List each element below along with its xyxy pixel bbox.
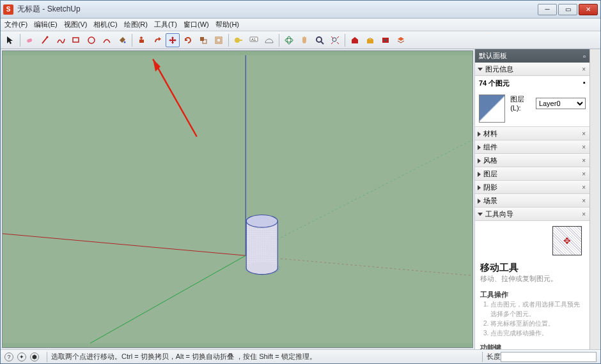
status-help-icon[interactable]: ?: [4, 353, 13, 361]
zoom-tool[interactable]: [313, 33, 327, 47]
cylinder-object: [245, 215, 280, 275]
menu-help[interactable]: 帮助(H): [215, 20, 239, 29]
components-header[interactable]: 组件×: [475, 140, 589, 154]
entity-count-row: 74 个图元 ▪: [475, 76, 589, 91]
expand-icon: [478, 185, 481, 190]
toolbar-separator: [228, 34, 229, 47]
menu-draw[interactable]: 绘图(R): [124, 20, 148, 29]
materials-header[interactable]: 材料×: [475, 127, 589, 140]
maximize-button[interactable]: ▭: [558, 4, 577, 15]
entity-menu-icon[interactable]: ▪: [583, 79, 586, 88]
minimize-button[interactable]: ─: [538, 4, 557, 15]
scale-tool[interactable]: [196, 33, 210, 47]
pan-tool[interactable]: [297, 33, 311, 47]
tray-title[interactable]: 默认面板 ▫: [475, 49, 589, 63]
tape-tool[interactable]: [231, 33, 246, 47]
pushpull-tool[interactable]: [135, 33, 149, 47]
section-close-icon[interactable]: ×: [581, 157, 587, 164]
text-tool[interactable]: A1: [247, 33, 261, 47]
instructor-op: 将光标移至新的位置。: [490, 319, 584, 328]
toolbar-separator: [345, 34, 345, 47]
status-geo-icon[interactable]: ⬢: [30, 353, 39, 361]
viewport-canvas: [3, 51, 472, 347]
length-input[interactable]: [501, 352, 597, 362]
fog-header[interactable]: 场景×: [475, 194, 589, 208]
freehand-tool[interactable]: [54, 33, 68, 47]
menu-view[interactable]: 视图(V): [64, 20, 88, 29]
move-tool[interactable]: [166, 33, 180, 47]
tray-title-text: 默认面板: [479, 51, 507, 61]
line-tool[interactable]: [38, 33, 52, 47]
shadows-header[interactable]: 阴影×: [475, 181, 589, 194]
section-close-icon[interactable]: ×: [581, 130, 587, 137]
status-right: 长度: [478, 352, 597, 362]
section-close-icon[interactable]: ×: [581, 211, 587, 218]
orbit-tool[interactable]: [282, 33, 296, 47]
zoom-extents-tool[interactable]: [328, 33, 342, 47]
entity-info-label: 图元信息: [485, 64, 513, 74]
instructor-keys-heading: 功能键: [480, 343, 584, 349]
arc-tool[interactable]: [100, 33, 114, 47]
circle-tool[interactable]: [84, 33, 98, 47]
svg-point-19: [384, 39, 387, 42]
tray-pin-icon[interactable]: ▫: [583, 52, 586, 60]
entity-info-header[interactable]: 图元信息 ×: [475, 63, 589, 76]
toolbar-separator: [279, 34, 279, 47]
svg-point-14: [285, 38, 293, 42]
expand-icon: [478, 158, 481, 163]
status-hint: 选取两个点进行移动。Ctrl = 切换拷贝，Alt = 切换自动折叠 ，按住 S…: [51, 352, 316, 361]
menu-file[interactable]: 文件(F): [4, 20, 27, 29]
expand-icon: [478, 172, 481, 177]
ext-warehouse-tool[interactable]: [379, 33, 393, 47]
eraser-tool[interactable]: [23, 33, 37, 47]
viewport-3d[interactable]: [2, 50, 473, 348]
svg-rect-0: [27, 38, 33, 42]
paintbucket-tool[interactable]: [115, 33, 129, 47]
rectangle-tool[interactable]: [69, 33, 83, 47]
app-icon: S: [3, 4, 13, 15]
svg-rect-28: [246, 221, 277, 268]
warehouse-tool[interactable]: [348, 33, 362, 47]
menu-edit[interactable]: 编辑(E): [34, 20, 58, 29]
menu-camera[interactable]: 相机(C): [93, 20, 117, 29]
components-label: 组件: [483, 142, 497, 152]
protractor-tool[interactable]: [262, 33, 276, 47]
layers-tool[interactable]: [394, 33, 408, 47]
section-close-icon[interactable]: ×: [581, 197, 587, 204]
instructor-tool-name: 移动工具: [480, 262, 584, 274]
section-close-icon[interactable]: ×: [581, 171, 587, 178]
material-swatch[interactable]: [479, 95, 505, 123]
app-window: S 无标题 - SketchUp ─ ▭ ✕ 文件(F) 编辑(E) 视图(V)…: [0, 0, 601, 364]
svg-rect-9: [217, 38, 221, 42]
menu-window[interactable]: 窗口(W): [183, 20, 209, 29]
scenes-label: 图层: [483, 169, 497, 179]
shadows-label: 阴影: [483, 183, 497, 192]
svg-point-30: [246, 215, 277, 228]
share-tool[interactable]: [363, 33, 377, 47]
length-label: 长度: [487, 352, 501, 361]
toolbar-separator: [20, 34, 20, 47]
layer-select[interactable]: Layer0: [536, 98, 586, 109]
instructor-header[interactable]: 工具向导×: [475, 208, 589, 221]
offset-tool[interactable]: [212, 33, 226, 47]
section-close-icon[interactable]: ×: [581, 184, 587, 191]
status-separator: [482, 352, 483, 362]
menu-tools[interactable]: 工具(T): [154, 20, 177, 29]
status-user-icon[interactable]: ✦: [17, 353, 26, 361]
section-close-icon[interactable]: ×: [581, 144, 587, 151]
menubar: 文件(F) 编辑(E) 视图(V) 相机(C) 绘图(R) 工具(T) 窗口(W…: [1, 19, 600, 31]
instructor-panel: 移动工具 移动、拉伸或复制图元。 工具操作 点击图元，或者用选择工具预先选择多个…: [475, 221, 589, 349]
svg-rect-11: [239, 40, 242, 41]
entity-info-section: 图元信息 × 74 个图元 ▪ 图层(L): Layer0: [475, 63, 589, 127]
followme-tool[interactable]: [150, 33, 164, 47]
expand-icon: [478, 132, 481, 137]
section-close-icon[interactable]: ×: [581, 66, 587, 73]
vertical-scrollbar[interactable]: [589, 49, 600, 349]
styles-header[interactable]: 风格×: [475, 154, 589, 167]
fog-label: 场景: [483, 196, 497, 206]
svg-text:A1: A1: [251, 38, 256, 42]
close-button[interactable]: ✕: [579, 4, 598, 15]
select-tool[interactable]: [3, 33, 17, 47]
rotate-tool[interactable]: [181, 33, 195, 47]
scenes-header[interactable]: 图层×: [475, 167, 589, 181]
